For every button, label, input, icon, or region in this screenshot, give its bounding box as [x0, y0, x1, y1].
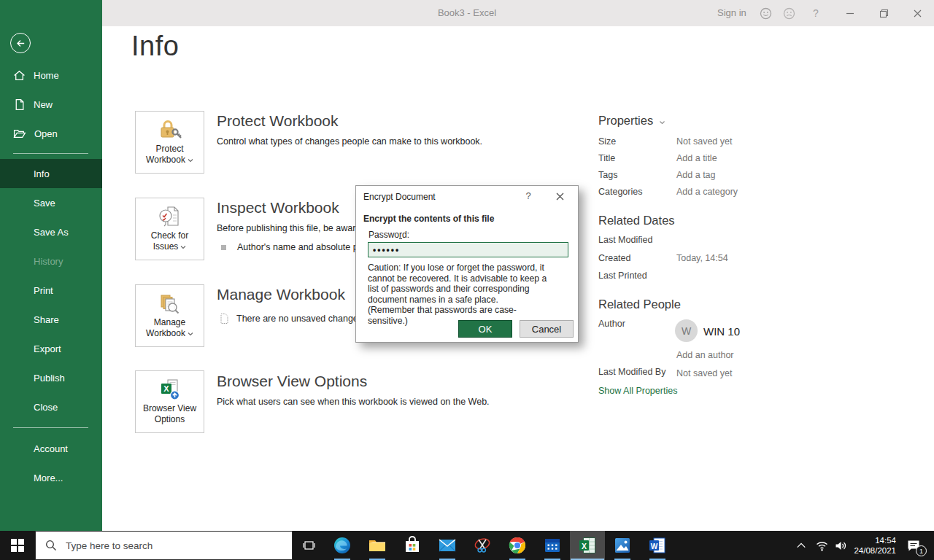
- manage-workbook-button[interactable]: Manage Workbook: [135, 284, 204, 347]
- home-icon: [13, 69, 26, 82]
- svg-text:X: X: [582, 542, 587, 551]
- chrome-icon: [508, 536, 527, 555]
- protect-workbook-section: Protect Workbook Control what types of c…: [217, 112, 482, 147]
- encrypt-document-dialog: Encrypt Document ? Encrypt the contents …: [355, 185, 579, 343]
- sidebar-item-print[interactable]: Print: [0, 276, 102, 305]
- dialog-close-icon[interactable]: [550, 189, 569, 203]
- add-category-link[interactable]: Add a category: [676, 187, 738, 197]
- ok-button[interactable]: OK: [458, 320, 512, 338]
- calendar-icon: [543, 536, 562, 555]
- password-input[interactable]: [368, 242, 568, 257]
- chevron-up-icon: [796, 541, 806, 550]
- sidebar-item-save-as[interactable]: Save As: [0, 217, 102, 246]
- section-description: Before publishing this file, be aware: [217, 223, 363, 233]
- manage-workbook-section: Manage Workbook There are no unsaved cha…: [217, 286, 366, 324]
- taskbar-icon-photos[interactable]: [605, 531, 640, 560]
- prop-label-title: Title: [598, 153, 615, 163]
- tray-date: 24/08/2021: [854, 545, 896, 556]
- browser-view-options-section: Browser View Options Pick what users can…: [217, 373, 490, 407]
- sidebar-divider: [13, 153, 88, 154]
- new-document-icon: [13, 98, 26, 111]
- section-description: Pick what users can see when this workbo…: [217, 397, 490, 407]
- browser-view-options-button[interactable]: X Browser View Options: [135, 370, 204, 433]
- properties-header[interactable]: Properties: [598, 114, 665, 128]
- dialog-titlebar[interactable]: Encrypt Document ?: [356, 186, 578, 206]
- sidebar-item-home[interactable]: Home: [0, 61, 102, 90]
- tray-show-hidden-icons[interactable]: [792, 531, 811, 560]
- chevron-down-icon: [188, 155, 193, 166]
- dialog-heading: Encrypt the contents of this file: [363, 214, 494, 224]
- taskbar-icon-snipping-tool[interactable]: [465, 531, 500, 560]
- section-title: Protect Workbook: [217, 112, 482, 130]
- sign-in-link[interactable]: Sign in: [717, 7, 746, 18]
- sidebar-item-open[interactable]: Open: [0, 119, 102, 148]
- prop-label-categories: Categories: [598, 187, 642, 197]
- taskbar-icon-excel[interactable]: X: [570, 531, 605, 560]
- dialog-help-icon[interactable]: ?: [521, 190, 536, 203]
- last-modified-by-value: Not saved yet: [676, 368, 732, 378]
- add-author-link[interactable]: Add an author: [676, 350, 734, 360]
- help-icon[interactable]: ?: [808, 0, 823, 26]
- sidebar-item-account[interactable]: Account: [0, 434, 102, 463]
- date-label-created: Created: [598, 253, 630, 263]
- author-avatar[interactable]: W: [675, 319, 698, 342]
- password-label: Password:: [368, 230, 409, 240]
- sidebar-item-more[interactable]: More...: [0, 463, 102, 492]
- add-tag-link[interactable]: Add a tag: [676, 170, 716, 180]
- task-view-button[interactable]: [293, 531, 325, 560]
- section-description: Control what types of changes people can…: [217, 136, 482, 147]
- sidebar-item-export[interactable]: Export: [0, 334, 102, 363]
- action-center-button[interactable]: 1: [899, 531, 928, 560]
- photos-icon: [613, 536, 632, 555]
- taskbar-icon-calendar[interactable]: [535, 531, 570, 560]
- minimize-button[interactable]: [839, 0, 861, 26]
- show-all-properties-link[interactable]: Show All Properties: [598, 386, 677, 396]
- close-button[interactable]: [906, 0, 928, 26]
- author-name[interactable]: WIN 10: [703, 325, 740, 338]
- notification-badge: 1: [916, 545, 927, 556]
- taskbar-icon-word[interactable]: W: [640, 531, 675, 560]
- tray-time: 14:54: [875, 535, 896, 545]
- sidebar-item-save[interactable]: Save: [0, 188, 102, 217]
- search-input[interactable]: [66, 540, 248, 551]
- restore-button[interactable]: [873, 0, 895, 26]
- feedback-frown-icon[interactable]: [782, 0, 795, 26]
- taskbar-icon-edge[interactable]: [325, 531, 360, 560]
- sidebar-item-share[interactable]: Share: [0, 305, 102, 334]
- feedback-smile-icon[interactable]: [759, 0, 772, 26]
- sidebar-item-close[interactable]: Close: [0, 392, 102, 421]
- wifi-icon: [816, 540, 828, 551]
- svg-text:X: X: [163, 384, 169, 393]
- tray-network[interactable]: [812, 531, 831, 560]
- tray-clock[interactable]: 14:54 24/08/2021: [846, 531, 896, 560]
- author-label: Author: [598, 319, 625, 329]
- sidebar-item-publish[interactable]: Publish: [0, 363, 102, 392]
- related-people-header: Related People: [598, 298, 681, 311]
- check-for-issues-button[interactable]: Check for Issues: [135, 198, 204, 260]
- sidebar-item-info[interactable]: Info: [0, 159, 102, 188]
- sidebar-item-new[interactable]: New: [0, 90, 102, 119]
- back-button[interactable]: [10, 33, 31, 53]
- protect-workbook-button[interactable]: Protect Workbook: [135, 111, 204, 174]
- taskbar-icon-mail[interactable]: [430, 531, 465, 560]
- chevron-down-icon: [180, 241, 186, 252]
- speaker-icon: [835, 540, 847, 551]
- taskbar-search[interactable]: [35, 531, 293, 560]
- window-titlebar[interactable]: Book3 - Excel Sign in ?: [0, 0, 934, 26]
- sidebar-item-label: Home: [34, 70, 59, 81]
- bullet-square-icon: [221, 245, 226, 250]
- edge-icon: [333, 536, 352, 555]
- section-title: Inspect Workbook: [217, 199, 363, 217]
- snipping-tool-icon: [473, 536, 492, 555]
- microsoft-store-icon: [403, 536, 422, 555]
- taskbar-icon-file-explorer[interactable]: [360, 531, 395, 560]
- taskbar-icon-chrome[interactable]: [500, 531, 535, 560]
- browser-view-icon: X: [155, 377, 185, 403]
- taskbar-icon-store[interactable]: [395, 531, 430, 560]
- inspect-workbook-section: Inspect Workbook Before publishing this …: [217, 199, 363, 252]
- unsaved-changes-icon: [219, 313, 230, 324]
- start-button[interactable]: [0, 531, 35, 560]
- add-title-link[interactable]: Add a title: [676, 153, 717, 163]
- related-dates-header: Related Dates: [598, 214, 675, 228]
- cancel-button[interactable]: Cancel: [520, 320, 574, 338]
